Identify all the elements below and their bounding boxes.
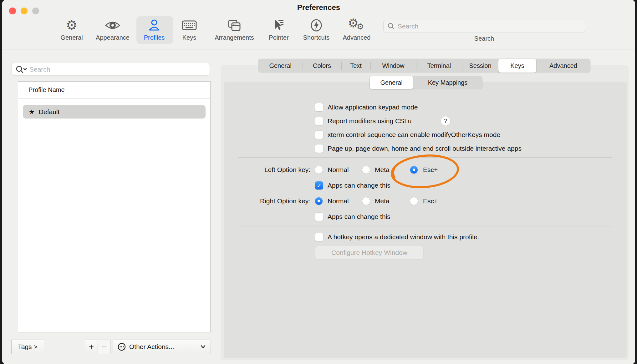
right-option-key-label: Right Option key: (221, 196, 310, 206)
checkbox-label: Allow application keypad mode (328, 104, 418, 111)
remove-profile-button[interactable]: − (98, 340, 110, 354)
windows-icon (227, 18, 242, 33)
profile-tab-bar: General Colors Text Window Terminal Sess… (258, 59, 590, 73)
radio-esc-unselected[interactable] (410, 197, 418, 205)
profile-name: Default (39, 108, 60, 116)
checkbox-unchecked[interactable]: ✓ (315, 103, 323, 111)
question-mark-icon: ? (444, 118, 447, 124)
checkbox-row[interactable]: ✓ Report modifiers using CSI u (315, 116, 411, 126)
tab-keys[interactable]: Keys (498, 59, 536, 73)
checkbox-unchecked[interactable]: ✓ (315, 233, 323, 241)
toolbar-search-caption: Search (383, 35, 585, 42)
tab-general[interactable]: General (258, 59, 303, 73)
tab-window[interactable]: Window (370, 59, 416, 73)
toolbar-item-advanced[interactable]: ⚙ ⚙ Advanced (327, 18, 386, 41)
tab-advanced[interactable]: Advanced (536, 59, 590, 73)
hotkey-checkbox-row[interactable]: ✓ A hotkey opens a dedicated window with… (315, 232, 479, 242)
keyboard-icon (181, 18, 197, 33)
apps-can-change-row[interactable]: ✓ Apps can change this (315, 181, 390, 190)
radio-normal-unselected[interactable] (315, 166, 323, 174)
search-input[interactable] (398, 23, 581, 30)
help-button[interactable]: ? (441, 116, 450, 126)
checkbox-label: Apps can change this (328, 182, 390, 189)
search-options-icon[interactable] (16, 65, 27, 73)
radio-meta-unselected[interactable] (362, 166, 370, 174)
checkbox-unchecked[interactable]: ✓ (315, 144, 323, 153)
toolbar-item-label: Advanced (343, 34, 371, 41)
plus-icon: + (89, 342, 94, 352)
section-divider (238, 226, 612, 226)
tab-colors[interactable]: Colors (303, 59, 341, 73)
checkbox-label: xterm control sequence can enable modify… (328, 131, 500, 139)
profile-row-default[interactable]: ★ Default (23, 105, 206, 119)
other-actions-label: Other Actions... (129, 343, 197, 351)
right-option-key-row: Right Option key: Normal Meta Esc+ (221, 196, 471, 206)
radio-label[interactable]: Esc+ (423, 196, 438, 206)
checkbox-unchecked[interactable]: ✓ (315, 131, 323, 139)
profile-search-field[interactable] (12, 63, 210, 76)
search-icon (387, 23, 395, 30)
window-title: Preferences (2, 3, 635, 12)
add-profile-button[interactable]: + (85, 340, 98, 354)
checkbox-label: Apps can change this (328, 213, 390, 220)
toolbar-item-label: Shortcuts (303, 34, 329, 41)
toolbar-item-label: Arrangements (215, 34, 254, 41)
apps-can-change-row[interactable]: ✓ Apps can change this (315, 212, 390, 221)
subtab-general[interactable]: General (370, 76, 413, 89)
toolbar-search-field[interactable] (383, 20, 585, 33)
chevron-down-icon (200, 345, 206, 349)
bolt-icon (309, 18, 324, 33)
left-option-key-row: Left Option key: Normal Meta Esc+ (221, 165, 471, 174)
configure-hotkey-window-button[interactable]: Configure Hotkey Window (315, 246, 424, 260)
radio-label[interactable]: Esc+ (423, 165, 438, 174)
profile-search-input[interactable] (29, 66, 206, 73)
checkbox-label: Page up, page down, home and end scroll … (328, 145, 522, 152)
gear-icon: ⚙ (66, 18, 78, 33)
tags-button-label: Tags > (18, 343, 37, 351)
gears-icon: ⚙ ⚙ (347, 18, 366, 33)
ellipsis-circle-icon (117, 342, 126, 351)
checkbox-label: Report modifiers using CSI u (328, 117, 411, 125)
subtab-key-mappings[interactable]: Key Mappings (413, 76, 482, 89)
other-actions-dropdown[interactable]: Other Actions... (113, 340, 211, 354)
preferences-window: Preferences ⚙ General Appearance Profile… (2, 0, 635, 364)
radio-label[interactable]: Meta (375, 196, 390, 206)
toolbar-item-label: Pointer (269, 34, 288, 41)
configure-hotkey-window-label: Configure Hotkey Window (331, 249, 407, 256)
radio-esc-selected[interactable] (410, 166, 418, 174)
tab-session[interactable]: Session (462, 59, 498, 73)
tags-button[interactable]: Tags > (11, 340, 44, 354)
keys-subtab-bar: General Key Mappings (370, 76, 482, 89)
keys-general-panel (224, 82, 627, 358)
toolbar-item-label: Keys (182, 34, 196, 41)
profile-list-column-header: Profile Name (18, 82, 210, 99)
checkbox-checked[interactable]: ✓ (315, 181, 323, 190)
checkbox-unchecked[interactable]: ✓ (315, 117, 323, 125)
checkbox-label: A hotkey opens a dedicated window with t… (328, 233, 479, 241)
radio-label[interactable]: Normal (328, 196, 349, 206)
profile-list-panel: Profile Name ★ Default (18, 81, 211, 332)
star-icon: ★ (29, 108, 35, 116)
radio-label[interactable]: Normal (328, 165, 349, 174)
checkbox-row[interactable]: ✓ xterm control sequence can enable modi… (315, 130, 500, 139)
add-remove-group: + − (85, 340, 110, 354)
cursor-icon (272, 18, 286, 33)
eye-icon (104, 18, 121, 33)
toolbar-divider (2, 49, 635, 49)
toolbar-item-label: General (60, 34, 83, 41)
checkbox-row[interactable]: ✓ Allow application keypad mode (315, 103, 418, 112)
checkbox-unchecked[interactable]: ✓ (315, 213, 323, 221)
radio-normal-selected[interactable] (315, 197, 323, 205)
left-option-key-label: Left Option key: (221, 165, 310, 174)
radio-label[interactable]: Meta (375, 165, 390, 174)
section-divider (238, 157, 612, 158)
checkbox-row[interactable]: ✓ Page up, page down, home and end scrol… (315, 144, 522, 153)
tab-text[interactable]: Text (341, 59, 370, 73)
minus-icon: − (101, 342, 106, 352)
radio-meta-unselected[interactable] (362, 197, 370, 205)
tab-terminal[interactable]: Terminal (416, 59, 462, 73)
person-icon (147, 18, 161, 33)
